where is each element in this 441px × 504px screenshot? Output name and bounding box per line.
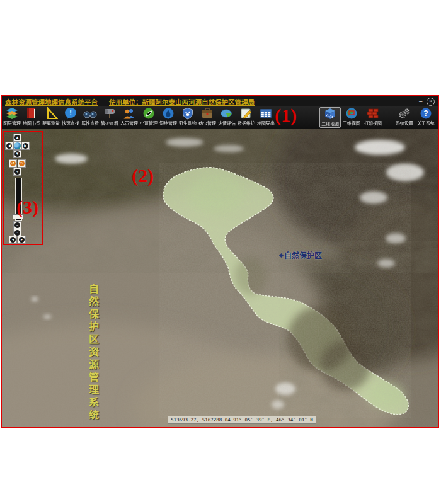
annotation-2: (2) xyxy=(132,165,154,186)
binoculars-icon xyxy=(83,107,97,120)
leaf-circle-icon xyxy=(142,107,156,120)
pan-down-button[interactable]: ▼ xyxy=(13,150,21,158)
pan-left-button[interactable]: ◀ xyxy=(5,142,13,150)
toolbar-button-patrol-view[interactable]: 管护查看 xyxy=(100,107,119,127)
toolbar: 图层管理 地图书签 距离测量 xyxy=(2,106,438,129)
toolbar-button-quick-search[interactable]: ! 快速查找 xyxy=(60,107,80,127)
pencil-edit-icon xyxy=(239,107,253,120)
briefcase-bug-icon xyxy=(200,107,214,120)
app-title: 森林资源管理地理信息系统平台 xyxy=(5,97,98,106)
arrow-left-icon: ◀ xyxy=(6,143,12,149)
toolbar-label: 数据维护 xyxy=(238,120,255,126)
toolbar-label: 湿地管理 xyxy=(159,120,177,126)
toolbar-label: 快速查找 xyxy=(62,120,79,126)
ruler-triangle-icon xyxy=(44,107,58,120)
pan-up-button[interactable]: ▲ xyxy=(13,134,21,142)
toolbar-button-3d-view[interactable]: 三维视图 xyxy=(341,107,362,128)
toolbar-button-wildlife[interactable]: 野生动物 xyxy=(178,107,197,127)
toolbar-label: 灾情评估 xyxy=(218,120,236,126)
toolbar-label: 病虫管理 xyxy=(198,120,216,126)
history-forward-button[interactable]: ▸ xyxy=(18,236,26,244)
reserve-label: 自然保护区 xyxy=(284,249,322,260)
gears-icon xyxy=(398,107,411,120)
bookmark-book-icon xyxy=(25,107,38,120)
watermark-system-name: 自然保护区资源管理系统 xyxy=(86,284,100,422)
toolbar-button-system-settings[interactable]: 系统设置 xyxy=(394,107,415,128)
globe-icon xyxy=(14,142,21,149)
toolbar-label: 图层管理 xyxy=(3,120,21,126)
toolbar-label: 系统设置 xyxy=(396,120,413,126)
toolbar-label: 人员管理 xyxy=(120,120,138,126)
people-icon xyxy=(122,107,136,120)
toolbar-label: 野生动物 xyxy=(179,120,197,126)
close-icon[interactable]: × xyxy=(427,98,435,106)
toolbar-button-disaster-assess[interactable]: 灾情评估 xyxy=(217,107,236,127)
toolbar-gap xyxy=(384,107,394,128)
toolbar-label: 属性查看 xyxy=(81,120,99,126)
toolbar-button-distance-measure[interactable]: 距离测量 xyxy=(41,107,60,127)
minimize-icon[interactable]: − xyxy=(419,98,423,105)
arrow-down-icon: ▼ xyxy=(14,151,20,157)
toolbar-label: 三维视图 xyxy=(343,120,360,126)
toolbar-button-map-export[interactable]: 地图导出 xyxy=(256,107,275,127)
history-back-icon: ◂ xyxy=(10,237,16,243)
history-forward-icon: ▸ xyxy=(19,237,25,243)
rotate-right-icon: ↻ xyxy=(19,161,25,166)
arrow-right-icon: ▶ xyxy=(23,143,28,149)
toolbar-button-personnel-manage[interactable]: 人员管理 xyxy=(119,107,139,127)
toolbar-label: 管护查看 xyxy=(101,120,118,126)
question-icon: ? xyxy=(419,107,433,120)
minus-icon: − xyxy=(14,222,20,228)
satellite-terrain-image xyxy=(2,129,438,427)
cube-2d-map-icon xyxy=(323,108,337,120)
map-navigation-control: ▲ ◀ ▶ ▼ ↺ ↻ + − ◦ ◂ ▸ xyxy=(3,131,43,245)
rotate-right-button[interactable]: ↻ xyxy=(18,159,26,168)
full-extent-button[interactable] xyxy=(13,142,21,150)
annotation-3: (3) xyxy=(16,197,38,218)
globe-3d-icon xyxy=(345,107,358,120)
toolbar-label: 地图导出 xyxy=(257,120,275,126)
title-bar: 森林资源管理地理信息系统平台 使用单位：新疆阿尔泰山两河源自然保护区管理局 − … xyxy=(2,96,438,106)
toolbar-button-layer-manage[interactable]: 图层管理 xyxy=(2,107,21,127)
toolbar-label: 地图书签 xyxy=(23,120,40,126)
water-drop-icon xyxy=(161,107,175,120)
toolbar-button-data-maintain[interactable]: 数据维护 xyxy=(236,107,256,127)
rotate-left-button[interactable]: ↺ xyxy=(9,159,17,168)
arrow-up-icon: ▲ xyxy=(14,135,20,140)
toolbar-label: 距离测量 xyxy=(42,120,60,126)
shield-paw-icon xyxy=(181,107,195,120)
toolbar-button-2d-map[interactable]: 二维地图 xyxy=(319,107,341,128)
svg-text:?: ? xyxy=(423,109,428,118)
zoom-in-button[interactable]: + xyxy=(13,168,21,176)
quick-search-bubble-icon: ! xyxy=(64,107,77,120)
toolbar-label: 打印视图 xyxy=(364,120,382,126)
toolbar-right-group: 二维地图 三维视图 xyxy=(319,107,437,128)
toolbar-label: 关于系统 xyxy=(417,120,435,126)
svg-text:!: ! xyxy=(69,109,72,117)
mailbox-icon xyxy=(103,107,117,120)
pie-chart-icon xyxy=(220,107,234,120)
toolbar-button-subcompartment-manage[interactable]: 小班管理 xyxy=(139,107,158,127)
toolbar-button-print-view[interactable]: 打印视图 xyxy=(362,107,384,128)
toolbar-label: 小班管理 xyxy=(140,120,158,126)
toolbar-button-wetland-manage[interactable]: 湿地管理 xyxy=(158,107,178,127)
layers-icon xyxy=(5,107,19,120)
history-back-button[interactable]: ◂ xyxy=(9,236,17,244)
toolbar-left-group: 图层管理 地图书签 距离测量 xyxy=(2,107,275,127)
print-bricks-icon xyxy=(366,107,380,120)
map-viewport[interactable]: ▲ ◀ ▶ ▼ ↺ ↻ + − ◦ ◂ ▸ (2) (3) 自然保护区 自然保护… xyxy=(2,129,438,427)
toolbar-label: 二维地图 xyxy=(321,120,339,127)
coordinate-status-bar: 513693.27, 5167288.04 91° 05′ 39″ E, 46°… xyxy=(168,416,316,424)
toolbar-button-pest-manage[interactable]: 病虫管理 xyxy=(197,107,217,127)
table-grid-icon xyxy=(259,107,273,120)
toolbar-button-about-system[interactable]: ? 关于系统 xyxy=(415,107,437,128)
pan-right-button[interactable]: ▶ xyxy=(21,142,30,150)
rotate-left-icon: ↺ xyxy=(10,161,16,166)
back-icon: ◦ xyxy=(14,230,20,236)
annotation-1: (1) xyxy=(275,105,297,126)
app-window: 森林资源管理地理信息系统平台 使用单位：新疆阿尔泰山两河源自然保护区管理局 − … xyxy=(1,95,439,428)
toolbar-button-map-bookmark[interactable]: 地图书签 xyxy=(21,107,41,127)
toolbar-button-attribute-view[interactable]: 属性查看 xyxy=(80,107,100,127)
plus-icon: + xyxy=(14,169,20,175)
app-org-subtitle: 使用单位：新疆阿尔泰山两河源自然保护区管理局 xyxy=(109,97,255,106)
